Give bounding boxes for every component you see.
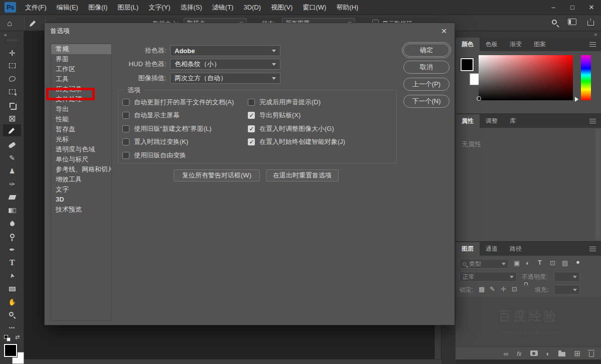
tab-layers[interactable]: 图层 <box>456 242 480 256</box>
checkbox-row-legacy-free-transform[interactable]: 使用旧版自由变换 <box>122 151 186 159</box>
layer-filter-type-dropdown[interactable]: 类型 <box>460 259 509 269</box>
panel-collapse-chevrons[interactable]: » <box>456 31 601 38</box>
menu-3d[interactable]: 3D(D) <box>238 0 266 15</box>
default-colors-icon[interactable] <box>4 335 11 342</box>
lock-image-pixels-icon[interactable]: ✎ <box>490 286 495 292</box>
tab-color[interactable]: 颜色 <box>456 38 480 51</box>
brush-tool[interactable] <box>6 152 18 164</box>
canvas-horizontal-scrollbar[interactable] <box>24 359 441 364</box>
sidebar-item-technology-previews[interactable]: 技术预览 <box>51 205 111 215</box>
hue-slider[interactable] <box>581 55 591 100</box>
toolbar-grip[interactable] <box>7 40 17 41</box>
tab-properties[interactable]: 属性 <box>456 114 480 128</box>
panel-menu-icon[interactable] <box>589 119 596 123</box>
home-icon[interactable]: ⌂ <box>7 19 12 29</box>
panel-menu-icon[interactable] <box>589 247 596 251</box>
clone-stamp-tool[interactable] <box>6 165 18 177</box>
adjustment-layer-icon[interactable] <box>546 349 550 358</box>
menu-type[interactable]: 文字(Y) <box>143 0 175 15</box>
sidebar-item-plugins[interactable]: 增效工具 <box>51 174 111 185</box>
spot-healing-brush-tool[interactable] <box>6 139 18 151</box>
edit-toolbar-button[interactable] <box>6 322 18 334</box>
path-selection-tool[interactable] <box>6 270 18 282</box>
checkbox-row-auto-update-documents[interactable]: 自动更新打开的基于文件的文档(A) <box>122 98 234 106</box>
cancel-button[interactable]: 取消 <box>403 61 449 74</box>
checkbox-row-export-clipboard[interactable]: 导出剪贴板(X) <box>248 111 300 119</box>
sidebar-item-3d[interactable]: 3D <box>51 195 111 205</box>
blend-mode-dropdown[interactable]: 正常 <box>460 272 517 282</box>
sidebar-item-scratch-disks[interactable]: 暂存盘 <box>51 124 111 134</box>
color-saturation-field[interactable] <box>479 55 573 100</box>
checkbox-row-always-create-smart-objects[interactable]: 在置入时始终创建智能对象(J) <box>248 138 345 146</box>
link-layers-icon[interactable] <box>504 349 508 358</box>
minimize-button[interactable]: – <box>544 0 563 15</box>
lock-artboard-icon[interactable]: ⊡ <box>512 286 517 292</box>
checkbox[interactable] <box>122 152 129 159</box>
share-icon[interactable] <box>587 21 594 26</box>
foreground-color-swatch[interactable] <box>4 344 17 357</box>
toolbar-collapse-chevrons[interactable]: » <box>4 32 7 38</box>
menu-file[interactable]: 文件(F) <box>20 0 52 15</box>
hud-color-picker-dropdown[interactable]: 色相条纹（小） <box>170 59 280 70</box>
tab-swatches[interactable]: 色板 <box>480 38 504 51</box>
hue-slider-marker[interactable] <box>575 97 581 102</box>
checkbox-row-legacy-new-document[interactable]: 使用旧版“新建文档”界面(L) <box>122 125 212 133</box>
workspace-switcher-icon[interactable] <box>568 19 576 25</box>
checkbox[interactable] <box>248 112 255 119</box>
color-picker-ring[interactable] <box>477 96 481 101</box>
gradient-tool[interactable] <box>6 205 18 217</box>
prev-button[interactable]: 上一个(P) <box>403 78 449 91</box>
move-tool[interactable] <box>6 47 18 59</box>
lock-transparent-pixels-icon[interactable]: ▩ <box>479 286 485 292</box>
checkbox[interactable] <box>122 125 129 132</box>
sidebar-item-cursors[interactable]: 光标 <box>51 134 111 144</box>
rectangle-tool[interactable] <box>6 283 18 295</box>
crop-tool[interactable] <box>6 99 18 111</box>
filter-smart-objects-icon[interactable]: ▤ <box>562 260 568 266</box>
checkbox[interactable] <box>122 99 129 106</box>
filter-adjustment-layers-icon[interactable]: ◐ <box>526 260 530 266</box>
tab-patterns[interactable]: 图案 <box>528 38 552 51</box>
layer-style-icon[interactable] <box>517 349 521 358</box>
add-layer-mask-icon[interactable] <box>530 350 538 356</box>
filter-pixel-layers-icon[interactable]: ▣ <box>514 260 520 266</box>
zoom-tool[interactable] <box>6 309 18 321</box>
filter-shape-layers-icon[interactable]: ⊡ <box>550 260 555 266</box>
checkbox[interactable] <box>122 138 129 145</box>
layer-filter-toggle-icon[interactable]: ● <box>576 259 580 265</box>
checkbox-row-skip-transform-when-placing[interactable]: 置入时跳过变换(K) <box>122 138 188 146</box>
lasso-tool[interactable] <box>6 73 18 85</box>
opacity-input[interactable] <box>554 272 580 282</box>
sidebar-item-guides-grid-slices[interactable]: 参考线、网格和切片 <box>51 164 111 174</box>
panel-scrollbar[interactable] <box>595 129 600 240</box>
menu-layer[interactable]: 图层(L) <box>112 0 143 15</box>
tab-adjustments[interactable]: 调整 <box>480 114 504 128</box>
sidebar-item-units-rulers[interactable]: 单位与标尺 <box>51 154 111 164</box>
checkbox-row-resize-image-during-place[interactable]: 在置入时调整图像大小(G) <box>248 125 334 133</box>
checkbox[interactable] <box>122 112 129 119</box>
sidebar-item-type[interactable]: 文字 <box>51 185 111 195</box>
ok-button[interactable]: 确定 <box>403 44 449 57</box>
sidebar-item-performance[interactable]: 性能 <box>51 114 111 124</box>
swap-colors-icon[interactable]: ⇄ <box>15 334 20 340</box>
hand-tool[interactable] <box>6 296 18 308</box>
tab-channels[interactable]: 通道 <box>480 242 504 256</box>
eyedropper-tool-icon[interactable] <box>29 19 37 29</box>
rectangular-marquee-tool[interactable] <box>6 60 18 72</box>
dialog-title-bar[interactable]: 首选项 ✕ <box>45 23 455 39</box>
blur-tool[interactable] <box>6 218 18 230</box>
foreground-color-swatch[interactable] <box>461 58 474 71</box>
tab-paths[interactable]: 路径 <box>504 242 528 256</box>
tab-libraries[interactable]: 库 <box>504 114 522 128</box>
sidebar-item-export[interactable]: 导出 <box>51 104 111 114</box>
eyedropper-tool[interactable] <box>3 124 21 136</box>
menu-view[interactable]: 视图(V) <box>266 0 297 15</box>
color-picker-dropdown[interactable]: Adobe <box>170 45 280 56</box>
menu-image[interactable]: 图像(I) <box>83 0 112 15</box>
panel-menu-icon[interactable] <box>589 42 596 47</box>
object-selection-tool[interactable] <box>6 86 18 98</box>
search-icon[interactable] <box>552 20 557 25</box>
checkbox-row-beep-when-done[interactable]: 完成后用声音提示(D) <box>248 98 321 106</box>
type-tool[interactable] <box>6 257 18 269</box>
checkbox-row-auto-show-home-screen[interactable]: 自动显示主屏幕 <box>122 111 180 119</box>
